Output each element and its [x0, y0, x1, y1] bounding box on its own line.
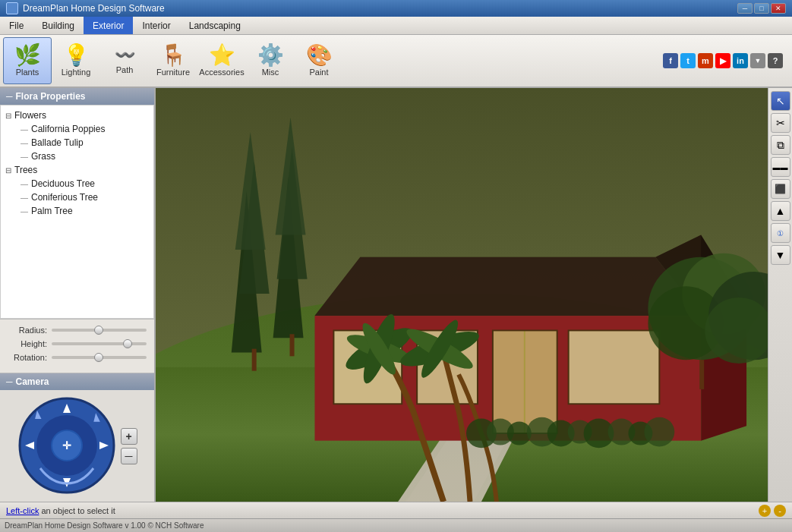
radius-thumb[interactable]	[94, 326, 103, 335]
title-bar: DreamPlan Home Design Software ─ □ ✕	[0, 0, 792, 17]
zoom-indicator: + -	[759, 505, 786, 517]
linkedin-icon[interactable]: in	[733, 53, 748, 68]
height-track[interactable]	[52, 342, 147, 345]
cursor-tool-btn[interactable]: ↖	[771, 91, 790, 111]
3d-box-tool-btn[interactable]: ⬛	[771, 179, 790, 199]
grass-item[interactable]: Grass	[16, 150, 153, 163]
palm-tree-item[interactable]: Palm Tree	[16, 204, 153, 218]
scissors-tool-btn[interactable]: ✂	[771, 113, 790, 133]
trees-parent[interactable]: ⊟ Trees	[1, 163, 153, 177]
menu-landscaping[interactable]: Landscaping	[180, 17, 250, 34]
trees-children: Deciduous Tree Coniferious Tree Palm Tre…	[1, 177, 153, 218]
misc-label: Misc	[262, 68, 279, 77]
move-up-tool-btn[interactable]: ▲	[771, 201, 790, 221]
right-toolbar: ↖ ✂ ⧉ ▬▬ ⬛ ▲ ① ▼	[768, 88, 792, 502]
window-controls: ─ □ ✕	[737, 3, 786, 14]
california-poppies-item[interactable]: California Poppies	[16, 122, 153, 136]
trees-collapse-icon: ⊟	[5, 166, 11, 175]
radius-track[interactable]	[52, 329, 147, 332]
zoom-in-btn[interactable]: +	[121, 428, 137, 445]
myspace-icon[interactable]: m	[698, 53, 713, 68]
toolbar-plants[interactable]: 🌿 Plants	[3, 37, 52, 84]
minimize-button[interactable]: ─	[737, 3, 753, 14]
facebook-icon[interactable]: f	[663, 53, 678, 68]
status-text: Left-click an object to select it	[6, 506, 759, 515]
menu-exterior[interactable]: Exterior	[84, 17, 133, 34]
layer-tool-btn[interactable]: ▬▬	[771, 157, 790, 177]
version-bar: DreamPlan Home Design Software v 1.00 © …	[0, 518, 792, 532]
ballade-tulip-item[interactable]: Ballade Tulip	[16, 136, 153, 150]
ballade-tulip-label: Ballade Tulip	[31, 137, 84, 148]
toolbar-path[interactable]: 〰️ Path	[100, 37, 149, 84]
svg-rect-29	[290, 334, 295, 356]
deciduous-tree-label: Deciduous Tree	[31, 178, 95, 189]
california-poppies-label: California Poppies	[31, 124, 105, 134]
toolbar-misc[interactable]: ⚙️ Misc	[246, 37, 295, 84]
close-button[interactable]: ✕	[771, 3, 786, 14]
twitter-icon[interactable]: t	[680, 53, 696, 68]
camera-collapse-icon: ─	[6, 376, 13, 387]
palm-tree-label: Palm Tree	[31, 206, 73, 216]
grass-label: Grass	[31, 151, 55, 162]
app-title: DreamPlan Home Design Software	[23, 3, 737, 14]
camera-control: ✛ + ─	[0, 390, 154, 502]
camera-center-icon[interactable]: ✛	[62, 439, 71, 452]
height-thumb[interactable]	[123, 339, 132, 348]
toolbar-paint[interactable]: 🎨 Paint	[295, 37, 343, 84]
menu-file[interactable]: File	[0, 17, 33, 34]
move-down-tool-btn[interactable]: ▼	[771, 245, 790, 265]
help-icon[interactable]: ?	[768, 53, 783, 68]
misc-icon: ⚙️	[257, 45, 284, 66]
path-label: Path	[116, 65, 134, 74]
sliders-panel: Radius: Height: Rotation:	[0, 319, 154, 373]
maximize-button[interactable]: □	[754, 3, 769, 14]
number-tool-btn[interactable]: ①	[771, 223, 790, 243]
youtube-icon[interactable]: ▶	[715, 53, 730, 68]
toolbar-accessories[interactable]: ⭐ Accessories	[197, 37, 246, 84]
trees-label: Trees	[14, 165, 37, 175]
flowers-section: ⊟ Flowers California Poppies Ballade Tul…	[1, 109, 153, 163]
menu-building[interactable]: Building	[33, 17, 84, 34]
camera-title: Camera	[16, 376, 49, 387]
flowers-label: Flowers	[14, 110, 46, 121]
lighting-label: Lighting	[62, 68, 91, 77]
svg-rect-40	[699, 360, 704, 389]
svg-rect-15	[569, 330, 660, 404]
status-text2: an object to select it	[41, 506, 115, 515]
flowers-parent[interactable]: ⊟ Flowers	[1, 109, 153, 122]
social-bar: f t m ▶ in ▼ ?	[663, 53, 789, 68]
flora-tree: ⊟ Flowers California Poppies Ballade Tul…	[0, 105, 154, 319]
version-text: DreamPlan Home Design Software v 1.00 © …	[5, 521, 204, 530]
coniferious-tree-label: Coniferious Tree	[31, 192, 98, 203]
more-icon[interactable]: ▼	[750, 53, 765, 68]
rotation-track[interactable]	[52, 356, 147, 359]
plants-label: Plants	[16, 68, 39, 77]
camera-header: ─ Camera	[0, 373, 154, 390]
accessories-icon: ⭐	[209, 45, 235, 66]
viewport[interactable]	[156, 88, 768, 502]
main-content: ─ Flora Properties ⊟ Flowers California …	[0, 88, 792, 502]
rotation-thumb[interactable]	[94, 353, 103, 362]
rotation-row: Rotation:	[8, 353, 147, 362]
coniferious-tree-item[interactable]: Coniferious Tree	[16, 190, 153, 204]
copy-tool-btn[interactable]: ⧉	[771, 135, 790, 155]
zoom-minus-btn[interactable]: -	[774, 505, 786, 517]
toolbar-lighting[interactable]: 💡 Lighting	[52, 37, 100, 84]
zoom-plus-btn[interactable]: +	[759, 505, 771, 517]
height-row: Height:	[8, 339, 147, 348]
paint-icon: 🎨	[306, 45, 333, 66]
toolbar-furniture[interactable]: 🪑 Furniture	[149, 37, 197, 84]
radius-row: Radius:	[8, 326, 147, 335]
deciduous-tree-item[interactable]: Deciduous Tree	[16, 177, 153, 190]
svg-point-52	[644, 417, 674, 447]
radius-label: Radius:	[8, 326, 47, 335]
flowers-collapse-icon: ⊟	[5, 112, 11, 120]
menu-interior[interactable]: Interior	[133, 17, 179, 34]
plants-icon: 🌿	[14, 45, 41, 66]
svg-rect-25	[252, 349, 257, 371]
camera-panel: ─ Camera	[0, 373, 154, 502]
scene-svg	[156, 88, 768, 502]
zoom-out-btn[interactable]: ─	[121, 448, 137, 464]
main-toolbar: 🌿 Plants 💡 Lighting 〰️ Path 🪑 Furniture …	[0, 35, 792, 88]
status-bar: Left-click an object to select it + -	[0, 502, 792, 518]
